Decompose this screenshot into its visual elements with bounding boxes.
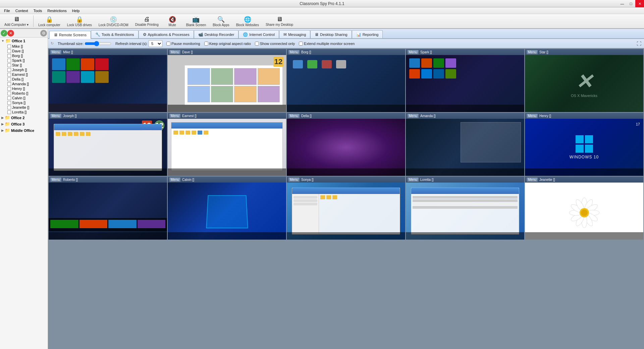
block-websites-button[interactable]: 🌐 Block Websites — [233, 15, 262, 28]
screen-cell-della[interactable]: Menu Della [] — [287, 113, 405, 176]
menu-tools[interactable]: Tools — [31, 7, 45, 14]
tab-remote-screens[interactable]: 🖥 Remote Screens — [49, 31, 91, 39]
tree-group-office1[interactable]: ▼ 📁 Office 1 — [0, 38, 48, 44]
menu-help[interactable]: Help — [69, 7, 83, 14]
check-mike[interactable] — [7, 45, 11, 48]
check-jeanette[interactable] — [7, 106, 11, 109]
block-apps-button[interactable]: 🔍 Block Apps — [210, 15, 232, 28]
screen-cell-earnest[interactable]: Menu Earnest [] — [168, 113, 286, 176]
screen-cell-joseph[interactable]: Menu Joseph [] 12 12 — [49, 113, 167, 176]
tree-item-della[interactable]: Della [] — [6, 77, 48, 82]
keep-aspect-ratio-label[interactable]: Keep original aspect ratio — [204, 42, 251, 46]
tab-desktop-recorder[interactable]: 📹 Desktop Recorder — [194, 30, 239, 38]
screen-cell-roberto[interactable]: Menu Roberto [] — [49, 177, 167, 240]
share-desktop-button[interactable]: 🖥 Share my Desktop — [263, 15, 296, 28]
tree-item-loretta[interactable]: Loretta [] — [6, 110, 48, 114]
thumbnail-slider[interactable] — [85, 41, 111, 46]
expand-button[interactable]: ⛶ — [637, 41, 641, 46]
tree-item-amanda[interactable]: Amanda [] — [6, 82, 48, 86]
maximize-button[interactable]: □ — [627, 0, 635, 7]
menu-btn-mike[interactable]: Menu — [50, 50, 62, 55]
tab-applications[interactable]: ⚙ Applications & Processes — [139, 30, 194, 38]
tree-item-roberto[interactable]: Roberto [] — [6, 91, 48, 96]
blank-screen-button[interactable]: 📺 Blank Screen — [183, 15, 209, 28]
mute-button[interactable]: 🔇 Mute — [162, 15, 182, 28]
menu-btn-sonya[interactable]: Menu — [288, 177, 300, 182]
check-loretta[interactable] — [7, 110, 11, 114]
screen-cell-amanda[interactable]: Menu Amanda [] — [406, 113, 524, 176]
tree-item-henry[interactable]: Henry [] — [6, 86, 48, 91]
lock-usb-button[interactable]: 🔒 Lock USB drives — [64, 15, 95, 28]
menu-btn-amanda[interactable]: Menu — [407, 113, 419, 118]
tree-item-star[interactable]: Star [] — [6, 63, 48, 67]
add-computer-button[interactable]: 🖥 Add Computer ▾ — [1, 15, 32, 28]
tree-item-spark[interactable]: Spark [] — [6, 58, 48, 63]
check-spark[interactable] — [7, 59, 11, 62]
menu-btn-dave[interactable]: Menu — [169, 50, 181, 55]
menu-btn-loretta[interactable]: Menu — [407, 177, 419, 182]
show-connected-only-label[interactable]: Show connected only — [255, 42, 295, 46]
sidebar-cancel-button[interactable]: ✕ — [7, 30, 14, 37]
menu-btn-joseph[interactable]: Menu — [50, 113, 62, 118]
screen-cell-borg[interactable]: Menu Borg [] — [287, 49, 405, 112]
tree-item-sonya[interactable]: Sonya [] — [6, 100, 48, 105]
screen-cell-loretta[interactable]: Menu Loretta [] — [406, 177, 524, 240]
check-borg[interactable] — [7, 54, 11, 58]
tree-item-mike[interactable]: Mike [] — [6, 44, 48, 49]
extend-monitor-label[interactable]: Extend multiple monitor screen — [299, 42, 355, 46]
sidebar-ok-button[interactable]: ✓ — [1, 30, 7, 37]
screen-cell-dave[interactable]: Menu Dave [] — [168, 49, 286, 112]
tab-messaging[interactable]: ✉ Messaging — [279, 30, 310, 38]
screen-cell-sonya[interactable]: Menu Sonya [] — [287, 177, 405, 240]
tree-item-joseph[interactable]: Joseph [] — [6, 67, 48, 72]
check-calvin[interactable] — [7, 96, 11, 100]
menu-btn-earnest[interactable]: Menu — [169, 113, 181, 118]
tab-tools-restrictions[interactable]: 🔧 Tools & Restrictions — [91, 30, 139, 38]
menu-btn-spark[interactable]: Menu — [407, 50, 419, 55]
screen-cell-star[interactable]: Menu Star [] ✕ OS X Mavericks — [525, 49, 643, 112]
lock-computer-button[interactable]: 🔒 Lock computer — [35, 15, 63, 28]
check-roberto[interactable] — [7, 92, 11, 95]
check-star[interactable] — [7, 63, 11, 67]
tab-desktop-sharing[interactable]: 🖥 Desktop Sharing — [310, 30, 352, 38]
pause-monitoring-label[interactable]: Pause monitoring — [166, 42, 200, 46]
menu-btn-star[interactable]: Menu — [526, 50, 538, 55]
check-della[interactable] — [7, 78, 11, 81]
menu-restrictions[interactable]: Restrictions — [45, 7, 69, 14]
menu-btn-borg[interactable]: Menu — [288, 50, 300, 55]
tree-item-jeanette[interactable]: Jeanette [] — [6, 105, 48, 110]
check-amanda[interactable] — [7, 82, 11, 86]
menu-btn-calvin[interactable]: Menu — [169, 177, 181, 182]
menu-btn-henry[interactable]: Menu — [526, 113, 538, 118]
check-henry[interactable] — [7, 87, 11, 91]
tree-item-dave[interactable]: Dave [] — [6, 49, 48, 53]
tree-group-middle-office[interactable]: ▶ 📁 Middle Office — [0, 127, 48, 134]
menu-file[interactable]: File — [1, 7, 13, 14]
sidebar-settings-button[interactable]: ⚙ — [40, 30, 47, 37]
check-sonya[interactable] — [7, 101, 11, 105]
tree-item-calvin[interactable]: Calvin [] — [6, 96, 48, 100]
screen-cell-mike[interactable]: Menu Mike [] — [49, 49, 167, 112]
screen-cell-henry[interactable]: Menu Henry [] — [525, 113, 643, 176]
tree-group-office3[interactable]: ▶ 📁 Office 3 — [0, 121, 48, 127]
check-joseph[interactable] — [7, 68, 11, 72]
tab-reporting[interactable]: 📊 Reporting — [352, 30, 383, 38]
extend-monitor-checkbox[interactable] — [299, 42, 303, 46]
check-dave[interactable] — [7, 49, 11, 53]
tree-item-earnest[interactable]: Earnest [] — [6, 72, 48, 77]
keep-aspect-ratio-checkbox[interactable] — [204, 42, 208, 46]
screen-cell-spark[interactable]: Menu Spark [] — [406, 49, 524, 112]
screen-cell-calvin[interactable]: Menu Calvin [] — [168, 177, 286, 240]
refresh-interval-select[interactable]: 12351030 — [149, 40, 162, 47]
lock-dvd-button[interactable]: 💿 Lock DVD/CD-ROM — [96, 15, 131, 28]
tab-internet-control[interactable]: 🌐 Internet Control — [238, 30, 279, 38]
tree-group-office2[interactable]: ▶ 📁 Office 2 — [0, 114, 48, 121]
screen-cell-jeanette[interactable]: Menu Jeanette [] — [525, 177, 643, 240]
menu-btn-roberto[interactable]: Menu — [50, 177, 62, 182]
disable-printing-button[interactable]: 🖨 Disable Printing — [132, 15, 162, 28]
check-earnest[interactable] — [7, 73, 11, 77]
menu-btn-jeanette[interactable]: Menu — [526, 177, 538, 182]
pause-monitoring-checkbox[interactable] — [166, 42, 170, 46]
menu-btn-della[interactable]: Menu — [288, 113, 300, 118]
close-button[interactable]: ✕ — [635, 0, 644, 7]
